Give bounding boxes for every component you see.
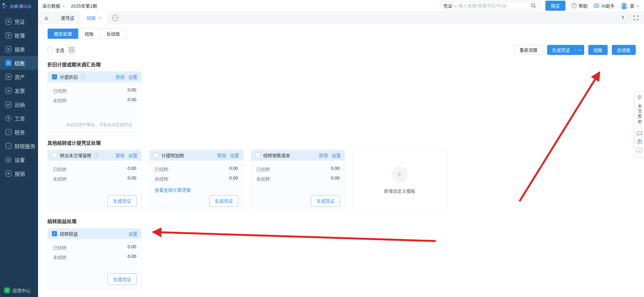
task-title: 结转损益 [60,230,78,237]
search-category-dropdown[interactable]: 凭证 [443,2,456,9]
card-links: 禁用设置 [116,74,137,80]
sidebar-item-expense[interactable]: ≡报销 [0,166,38,180]
generate-voucher-card-button[interactable]: 生成凭证 [108,195,137,207]
fullscreen-button[interactable] [634,16,638,20]
segment-0[interactable]: 期末处理 [48,29,79,39]
section-title: 结转损益处理 [47,218,636,224]
disable-link[interactable]: 禁用 [217,152,226,159]
generate-voucher-card-button[interactable]: 生成凭证 [108,274,137,285]
grid-view-icon[interactable] [69,47,74,52]
divider [629,16,629,20]
unclose-period-button[interactable]: 反结账 [612,45,636,55]
segment-2[interactable]: 反结账 [100,29,126,39]
settings-link[interactable]: 设置 [128,152,137,159]
topbar-right: 凭证 购买 ? 帮助 AI助手 袁 [440,1,638,11]
sidebar-item-voucher[interactable]: ≡凭证 [0,15,38,28]
books-icon: ¥ [6,32,11,38]
home-button[interactable]: ⌂ [38,11,55,24]
disable-link[interactable]: 禁用 [319,152,328,159]
chevron-down-icon [454,4,457,7]
generate-voucher-split-button: 生成凭证 [547,45,584,55]
disable-link[interactable]: 禁用 [116,74,125,80]
sidebar-item-books[interactable]: ¥账簿 [0,28,38,42]
settings-link[interactable]: 设置 [332,152,341,159]
amount-row: 已结转:0.00 [53,166,136,172]
app-center-label: 应用中心 [12,287,30,294]
sidebar-item-salary[interactable]: ¥工资 [0,111,38,125]
search-input[interactable] [459,3,528,8]
search-icon[interactable] [531,3,536,8]
add-template-card[interactable]: +新增自定义模板 [352,150,447,211]
period-text: 2025年第1期 [71,2,97,9]
ai-assistant-button[interactable]: AI助手 [594,2,615,9]
question-circle-icon[interactable]: ? [81,75,85,79]
app-center-icon: ✓ [4,287,10,293]
tab-voucher-entry[interactable]: 录凭证 [55,11,81,24]
sidebar: 金蝶 精斗云 ≡凭证¥账簿≡报表✓结账≡资产≡发票⇄出纳¥工资✓税务♡财税服务◎… [0,0,38,297]
robot-icon [594,3,599,8]
task-checkbox[interactable]: ✓ [52,231,57,236]
amount-row: 未结转:0.00 [155,175,238,182]
help-button[interactable]: ? 帮助 [571,2,588,9]
close-period-button[interactable]: 结账 [588,45,608,55]
tax-service-icon: ♡ [6,143,11,149]
generate-voucher-card-button[interactable]: 生成凭证 [209,195,238,207]
chevron-down-icon [62,4,64,7]
voucher-icon: ≡ [6,19,11,25]
disable-link[interactable]: 禁用 [116,152,125,159]
amount-row: 已结转:0.00 [53,244,136,251]
tab-history-button[interactable] [112,15,118,21]
buy-button[interactable]: 购买 [545,1,565,11]
account-selector[interactable]: 演示数据 [42,2,64,9]
task-sections: 折旧计提或期末调汇处理✓计提折旧?禁用设置已结转:0.00未结转:0.00未启用… [47,61,636,289]
brand-dots-icon [2,2,8,9]
settings-link[interactable]: 设置 [128,230,137,237]
amount-label: 已结转: [53,87,68,94]
tab-closing[interactable]: 结账× [81,11,107,24]
account-name: 演示数据 [42,2,60,9]
settings-link[interactable]: 设置 [128,74,137,80]
settings-link[interactable]: 设置 [230,152,239,159]
sidebar-item-label: 出纳 [15,101,25,108]
sidebar-item-app-center[interactable]: ✓ 应用中心 [0,283,38,297]
open-tabs: 录凭证结账× [55,11,107,24]
sidebar-item-settings[interactable]: ◎设置 [0,153,38,166]
task-checkbox[interactable] [255,153,260,158]
segment-1[interactable]: 结账 [79,29,100,39]
task-card-surtax: 计提附加税禁用设置已结转:0.00未结转:0.00查看金额计算逻辑生成凭证 [149,150,243,211]
collapse-up-button[interactable]: ↑ [620,15,625,21]
sidebar-item-tax[interactable]: ✓税务 [0,125,38,139]
sidebar-item-reports[interactable]: ≡报表 [0,42,38,56]
feedback-chat-button[interactable] [637,131,642,136]
generate-voucher-dropdown[interactable] [575,49,584,51]
close-icon[interactable]: × [98,15,101,20]
sidebar-item-cashier[interactable]: ⇄出纳 [0,97,38,111]
gift-promo-button[interactable] [637,139,642,144]
amount-row: 未结转:0.00 [256,175,340,182]
generate-voucher-button[interactable]: 生成凭证 [547,47,575,53]
page-help-button[interactable] [637,95,642,101]
task-checkbox[interactable]: ✓ [52,74,57,79]
question-circle-icon[interactable]: ? [94,153,99,158]
help-icon: ? [571,3,577,8]
amount-value: 0.00 [128,244,136,251]
home-icon: ⌂ [45,15,48,21]
sidebar-item-closing[interactable]: ✓结账 [0,56,38,70]
sidebar-item-tax-service[interactable]: ♡财税服务 [0,139,38,153]
collapse-rail-button[interactable]: » [636,147,642,153]
sidebar-item-assets[interactable]: ≡资产 [0,70,38,84]
sidebar-item-invoice[interactable]: ≡发票 [0,84,38,97]
calc-logic-link[interactable]: 查看金额计算逻辑 [155,186,238,193]
task-checkbox[interactable] [154,153,159,158]
generate-voucher-card-button[interactable]: 生成凭证 [311,195,340,207]
select-all-checkbox[interactable] [47,47,53,52]
recalculate-button[interactable]: 重新测算 [514,45,543,55]
card-row: 转出未交增值税?禁用设置已结转:0.00未结转:0.00生成凭证计提附加税禁用设… [47,150,636,211]
salary-icon: ¥ [6,115,11,121]
app-window: 金蝶 精斗云 ≡凭证¥账簿≡报表✓结账≡资产≡发票⇄出纳¥工资✓税务♡财税服务◎… [0,0,644,297]
search-category-label: 凭证 [443,2,452,9]
period-label[interactable]: 2025年第1期 [71,2,97,9]
amount-value: 0.00 [128,254,136,260]
user-menu[interactable]: 袁 [620,2,638,9]
task-checkbox[interactable] [52,153,57,158]
